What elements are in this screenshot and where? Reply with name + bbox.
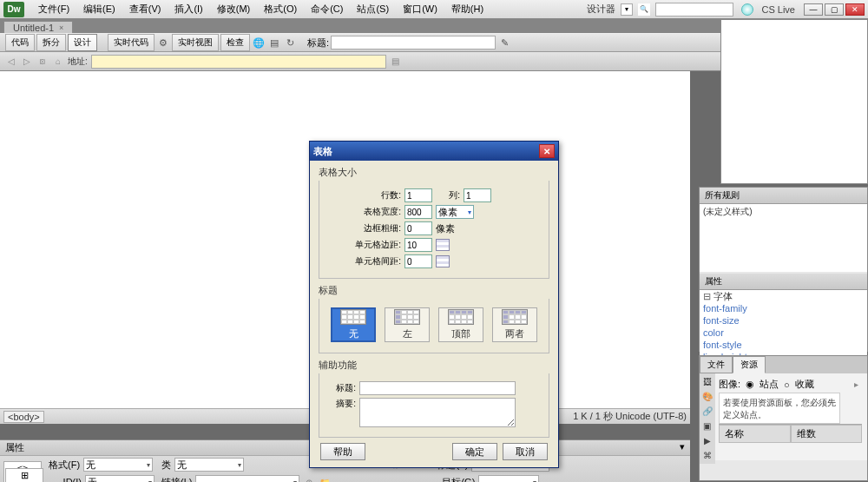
view-split-button[interactable]: 拆分 — [36, 34, 66, 51]
img-label: 图像: — [719, 378, 740, 391]
menu-insert[interactable]: 插入(I) — [168, 1, 209, 17]
menu-command[interactable]: 命令(C) — [304, 1, 350, 17]
menu-help[interactable]: 帮助(H) — [444, 1, 490, 17]
menu-modify[interactable]: 修改(M) — [210, 1, 258, 17]
minimize-button[interactable]: — — [804, 3, 823, 16]
col-name[interactable]: 名称 — [719, 425, 791, 443]
class-label: 类 — [161, 459, 171, 472]
pad-label: 单元格边距: — [351, 239, 401, 251]
menu-site[interactable]: 站点(S) — [350, 1, 396, 17]
prop-font-family[interactable]: font-family — [703, 302, 864, 314]
title-input[interactable] — [331, 36, 496, 50]
dialog-close-button[interactable]: ✕ — [539, 144, 555, 158]
pi-menu-icon[interactable]: ▾ — [680, 441, 685, 454]
tab-files[interactable]: 文件 — [700, 356, 733, 373]
prop-font-size[interactable]: font-size — [703, 314, 864, 327]
pad-input[interactable]: 10 — [404, 238, 432, 252]
summary-input[interactable] — [359, 398, 516, 427]
back-icon[interactable]: ◁ — [5, 56, 17, 68]
asset-url-icon[interactable]: 🔗 — [700, 405, 713, 418]
tab-assets[interactable]: 资源 — [733, 356, 766, 373]
cslive-icon[interactable] — [741, 3, 753, 16]
target-select[interactable]: ▾ — [478, 475, 539, 482]
prop-font-style[interactable]: font-style — [703, 339, 864, 351]
ok-button[interactable]: 确定 — [452, 443, 497, 460]
address-extra-icon[interactable]: ▤ — [390, 56, 402, 68]
inspect-button[interactable]: 检查 — [220, 34, 250, 51]
tag-selector[interactable]: <body> — [3, 411, 44, 423]
menu-edit[interactable]: 编辑(E) — [76, 1, 122, 17]
class-select[interactable]: 无▾ — [174, 458, 244, 472]
css-mode-button[interactable]: ⊞CSS — [5, 468, 43, 482]
asset-image-icon[interactable]: 🖼 — [700, 375, 713, 388]
assets-note: 若要使用资源面板，您必须先定义站点。 — [719, 393, 840, 424]
site-radio[interactable]: ◉ — [746, 379, 754, 390]
designer-dropdown[interactable]: ▾ — [621, 3, 633, 16]
asset-color-icon[interactable]: 🎨 — [700, 390, 713, 403]
summary-label: 摘要: — [326, 398, 356, 410]
border-input[interactable]: 0 — [404, 221, 432, 235]
tab-close-icon[interactable]: × — [59, 23, 63, 32]
forward-icon[interactable]: ▷ — [21, 56, 33, 68]
address-label: 地址: — [68, 56, 88, 68]
caption-input[interactable] — [359, 381, 516, 395]
width-unit-select[interactable]: 像素▾ — [436, 205, 474, 219]
address-input[interactable] — [91, 55, 386, 69]
col-dim[interactable]: 维数 — [791, 425, 863, 443]
view-design-button[interactable]: 设计 — [68, 34, 97, 51]
target-label: 目标(G) — [442, 476, 475, 483]
css-props-header[interactable]: 属性 — [700, 274, 867, 290]
globe-icon[interactable]: 🌐 — [252, 36, 266, 50]
rules-header[interactable]: 所有规则 — [700, 188, 867, 204]
assets-panel: 文件 资源 🖼 🎨 🔗 ▣ ▶ ⌘ 图像: ◉站点 ○收藏 ▸ 若要使用资源面板… — [699, 355, 868, 481]
cols-input[interactable]: 1 — [464, 188, 491, 202]
id-select[interactable]: 无▾ — [85, 475, 155, 482]
hdr-opt-left[interactable]: 左 — [385, 307, 430, 342]
rules-body: (未定义样式) — [700, 204, 867, 272]
cslive-label[interactable]: CS Live — [761, 4, 795, 15]
pad-icon — [436, 239, 450, 251]
font-group-label[interactable]: 字体 — [713, 291, 733, 301]
table-dialog: 表格 ✕ 表格大小 行数: 1 列: 1 表格宽度: 800 像素▾ 边框粗细:… — [309, 141, 559, 468]
hdr-opt-top[interactable]: 顶部 — [438, 307, 483, 342]
live-code-button[interactable]: 实时代码 — [108, 34, 155, 51]
maximize-button[interactable]: ▢ — [825, 3, 844, 16]
link-browse-icon[interactable]: 📁 — [319, 476, 331, 482]
cancel-button[interactable]: 取消 — [503, 443, 548, 460]
hdr-opt-none[interactable]: 无 — [331, 307, 376, 342]
format-label: 格式(F) — [49, 459, 80, 472]
menu-view[interactable]: 查看(V) — [122, 1, 168, 17]
link-point-icon[interactable]: ⊕ — [303, 476, 315, 482]
format-select[interactable]: 无▾ — [83, 458, 153, 472]
stop-icon[interactable]: ⦻ — [36, 56, 49, 68]
live-code-icon[interactable]: ⚙ — [156, 36, 170, 50]
hdr-opt-both[interactable]: 两者 — [492, 307, 537, 342]
asset-flash-icon[interactable]: ▣ — [700, 419, 713, 432]
width-input[interactable]: 800 — [404, 205, 432, 219]
menu-file[interactable]: 文件(F) — [31, 1, 76, 17]
menu-window[interactable]: 窗口(W) — [396, 1, 444, 17]
view-code-button[interactable]: 代码 — [5, 34, 35, 51]
live-view-button[interactable]: 实时视图 — [172, 34, 219, 51]
toolbar-extra-icon[interactable]: ✎ — [497, 36, 511, 50]
document-tab[interactable]: Untitled-1 × — [3, 21, 73, 33]
size-legend: 表格大小 — [319, 166, 549, 179]
help-button[interactable]: 帮助 — [320, 443, 365, 460]
nav-icon[interactable]: ▤ — [267, 36, 281, 50]
fav-radio[interactable]: ○ — [784, 380, 790, 390]
close-button[interactable]: ✕ — [845, 3, 865, 16]
asset-movie-icon[interactable]: ▶ — [700, 434, 713, 447]
panel-arrow-icon[interactable]: ▸ — [850, 379, 862, 391]
dialog-titlebar[interactable]: 表格 ✕ — [310, 142, 558, 161]
menu-format[interactable]: 格式(O) — [257, 1, 304, 17]
search-icon[interactable]: 🔍 — [638, 3, 650, 16]
refresh-icon[interactable]: ↻ — [283, 36, 297, 50]
asset-script-icon[interactable]: ⌘ — [700, 449, 713, 462]
search-input[interactable] — [655, 3, 733, 17]
home-icon[interactable]: ⌂ — [52, 56, 64, 68]
link-select[interactable]: ▾ — [195, 475, 299, 482]
space-input[interactable]: 0 — [404, 254, 432, 268]
rows-input[interactable]: 1 — [404, 188, 432, 202]
prop-color[interactable]: color — [703, 327, 864, 339]
border-unit: 像素 — [436, 222, 455, 235]
